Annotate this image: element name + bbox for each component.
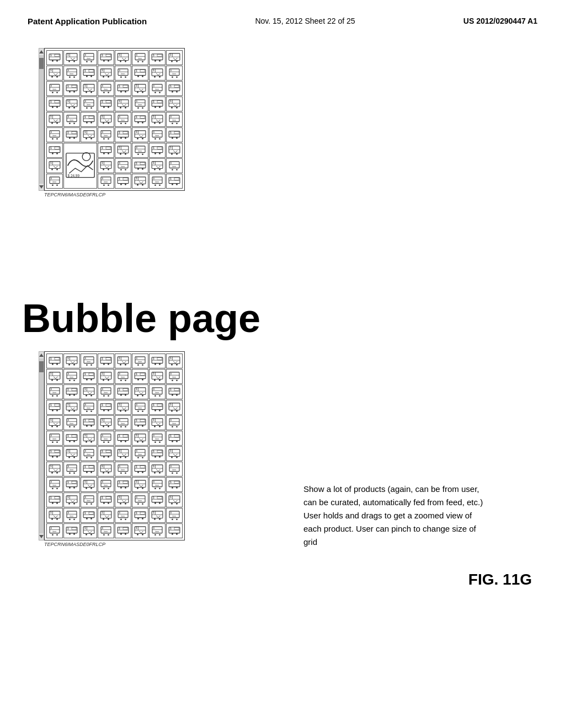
svg-point-515 — [154, 379, 156, 381]
svg-point-352 — [56, 168, 58, 170]
svg-point-704 — [120, 441, 122, 442]
svg-point-933 — [51, 518, 53, 520]
svg-point-787 — [69, 472, 71, 474]
svg-point-1008 — [120, 533, 122, 535]
publication-label: Patent Application Publication — [28, 17, 147, 26]
scroll-down-arrow-bottom[interactable] — [39, 535, 44, 538]
grid-cell: $ — [46, 415, 63, 430]
grid-cell: $ item — [46, 384, 63, 399]
grid-cell: $ item — [132, 400, 148, 415]
svg-text:$: $ — [84, 527, 86, 529]
svg-point-882 — [52, 502, 54, 504]
figure-label: FIG. 11G — [303, 571, 548, 588]
grid-cell: $ — [46, 143, 63, 158]
svg-text:$: $ — [102, 388, 104, 390]
svg-text:$: $ — [136, 512, 137, 515]
svg-point-55 — [51, 76, 53, 77]
svg-point-673 — [172, 426, 173, 427]
svg-text:$: $ — [136, 480, 137, 483]
grid-cell: $ — [81, 369, 97, 384]
svg-point-105 — [52, 92, 54, 93]
svg-rect-1026 — [174, 527, 179, 529]
svg-text:$: $ — [153, 496, 154, 499]
svg-text:$: $ — [170, 465, 172, 468]
svg-point-149 — [172, 91, 173, 93]
svg-point-319 — [103, 153, 105, 154]
grid-cell: $ — [166, 477, 183, 492]
svg-point-289 — [137, 137, 138, 139]
svg-point-219 — [86, 122, 88, 124]
svg-point-896 — [90, 503, 92, 505]
svg-text:$: $ — [51, 130, 52, 133]
svg-point-744 — [90, 457, 92, 458]
scroll-track-top[interactable] — [39, 55, 44, 184]
svg-rect-237 — [140, 116, 145, 118]
svg-point-655 — [125, 426, 126, 427]
svg-text:item: item — [138, 453, 142, 455]
scroll-down-arrow-top[interactable] — [39, 185, 44, 189]
top-scrollbar[interactable] — [39, 48, 44, 191]
svg-point-302 — [176, 137, 178, 139]
svg-text:$: $ — [50, 419, 52, 421]
grid-cell: $ — [115, 97, 131, 111]
svg-point-118 — [86, 91, 87, 93]
svg-text:$: $ — [153, 130, 155, 133]
svg-point-572 — [176, 394, 178, 396]
svg-text:item: item — [87, 360, 90, 362]
svg-point-909 — [125, 503, 126, 505]
svg-text:item: item — [52, 437, 56, 440]
grid-cell: $ — [98, 97, 114, 111]
svg-text:$: $ — [84, 69, 86, 72]
svg-point-226 — [103, 122, 104, 124]
svg-point-591 — [86, 410, 88, 412]
left-column: $ $ $ item — [17, 42, 292, 704]
grid-cell: $ — [166, 446, 183, 461]
svg-point-579 — [56, 410, 58, 411]
scroll-track-bottom[interactable] — [39, 358, 44, 533]
grid-cell: $ item — [81, 97, 97, 111]
scroll-thumb-bottom[interactable] — [39, 361, 44, 372]
svg-point-1002 — [103, 534, 105, 536]
svg-text:item: item — [121, 165, 125, 167]
svg-text:$: $ — [153, 372, 154, 375]
svg-point-5 — [56, 60, 58, 62]
svg-point-407 — [137, 184, 138, 185]
grid-cell: $ — [166, 354, 183, 368]
svg-point-959 — [125, 518, 126, 520]
svg-text:$: $ — [67, 100, 69, 103]
svg-text:item: item — [138, 406, 142, 409]
svg-text:item: item — [121, 119, 125, 121]
svg-text:$: $ — [84, 131, 86, 133]
grid-cell: $ — [149, 415, 166, 430]
svg-rect-193 — [157, 100, 162, 103]
svg-point-208 — [56, 122, 58, 124]
svg-point-477 — [51, 379, 53, 381]
bottom-scrollbar[interactable] — [39, 351, 44, 540]
svg-point-850 — [103, 488, 105, 489]
svg-point-711 — [137, 441, 138, 443]
svg-text:$: $ — [119, 68, 121, 71]
svg-text:item: item — [155, 88, 159, 90]
svg-text:item: item — [172, 515, 176, 517]
svg-text:$: $ — [170, 527, 172, 530]
top-panel-wrapper: $ $ $ item — [39, 48, 292, 191]
scroll-up-arrow-bottom[interactable] — [39, 354, 44, 357]
svg-rect-684 — [72, 435, 76, 437]
grid-cell: $ — [63, 384, 80, 399]
grid-cell: $ — [115, 127, 131, 142]
svg-point-93 — [154, 76, 156, 77]
scroll-thumb-top[interactable] — [39, 58, 44, 69]
grid-cell: $ — [115, 81, 131, 96]
svg-text:$: $ — [153, 146, 154, 149]
grid-cell: $ item — [63, 369, 80, 384]
svg-text:$: $ — [51, 480, 52, 483]
scroll-up-arrow-top[interactable] — [39, 50, 44, 53]
svg-text:$: $ — [85, 99, 87, 102]
grid-cell: $ — [115, 431, 131, 446]
page-header: Patent Application Publication Nov. 15, … — [0, 0, 565, 31]
svg-text:$: $ — [102, 511, 103, 514]
svg-point-1016 — [142, 534, 143, 536]
svg-point-213 — [69, 122, 71, 124]
svg-point-642 — [90, 425, 92, 427]
svg-rect-174 — [106, 100, 110, 103]
